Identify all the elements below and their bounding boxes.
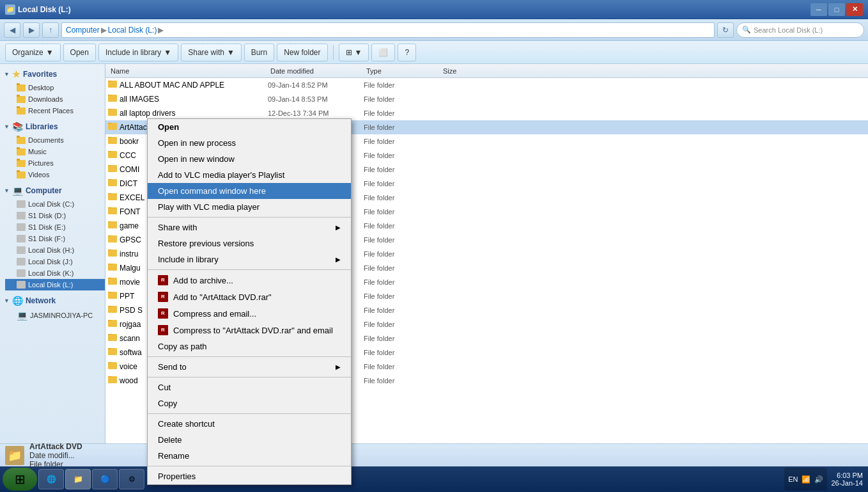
main-layout: ▼ ★ Favorites Desktop Downloads Recent P… <box>0 64 868 469</box>
sidebar-item-documents[interactable]: Documents <box>5 134 105 146</box>
col-size-header[interactable]: Size <box>440 67 492 75</box>
path-computer[interactable]: Computer <box>66 26 100 35</box>
computer-header[interactable]: ▼ 💻 Computer <box>0 183 105 198</box>
path-disk[interactable]: Local Disk (L:) <box>108 26 157 35</box>
file-type-cell: File folder <box>364 264 440 272</box>
ctx-compress-email[interactable]: R Compress and email... <box>148 305 351 322</box>
add-artattack-rar-icon: R <box>158 292 168 302</box>
ctx-cut[interactable]: Cut <box>148 379 351 395</box>
ctx-open-new-process[interactable]: Open in new process <box>148 135 351 151</box>
up-button[interactable]: ↑ <box>42 22 59 38</box>
network-header[interactable]: ▼ 🌐 Network <box>0 293 105 308</box>
burn-button[interactable]: Burn <box>244 44 274 61</box>
folder-row-icon <box>108 95 117 104</box>
sidebar-item-desktop[interactable]: Desktop <box>5 82 105 93</box>
sidebar-item-s1-disk-e[interactable]: S1 Disk (E:) <box>5 221 105 233</box>
app4-taskbar-icon: ⚙ <box>128 475 136 484</box>
col-name-header[interactable]: Name <box>108 67 268 75</box>
network-label: Network <box>26 296 56 305</box>
clock[interactable]: 6:03 PM 26-Jan-14 <box>828 472 865 487</box>
refresh-button[interactable]: ↻ <box>717 22 734 38</box>
ctx-share-with[interactable]: Share with ▶ <box>148 219 351 235</box>
open-button[interactable]: Open <box>63 44 96 61</box>
file-type-cell: File folder <box>364 292 440 300</box>
close-button[interactable]: ✕ <box>846 3 863 16</box>
favorites-header[interactable]: ▼ ★ Favorites <box>0 67 105 82</box>
drive-l-icon <box>17 281 26 289</box>
sidebar-videos-label: Videos <box>28 171 49 179</box>
ctx-add-to-artattack[interactable]: R Add to "ArtAttack DVD.rar" <box>148 289 351 305</box>
taskbar-explorer-item[interactable]: 📁 <box>65 469 91 489</box>
sidebar-item-local-disk-c[interactable]: Local Disk (C:) <box>5 198 105 210</box>
ctx-include-lib[interactable]: Include in library ▶ <box>148 251 351 267</box>
ctx-open-new-window[interactable]: Open in new window <box>148 151 351 167</box>
file-name-cell: ALL ABOUT MAC AND APPLE <box>108 81 268 90</box>
ctx-compress-artattack-email[interactable]: R Compress to "ArtAttack DVD.rar" and em… <box>148 322 351 338</box>
ctx-share-with-arrow: ▶ <box>336 224 341 231</box>
search-box[interactable]: 🔍 Search Local Disk (L:) <box>736 22 864 38</box>
sidebar-item-local-disk-k[interactable]: Local Disk (K:) <box>5 267 105 279</box>
ctx-send-to[interactable]: Send to ▶ <box>148 359 351 375</box>
folder-row-icon <box>108 278 117 287</box>
new-folder-button[interactable]: New folder <box>277 44 327 61</box>
share-with-button[interactable]: Share with ▼ <box>181 44 242 61</box>
ctx-restore-prev[interactable]: Restore previous versions <box>148 235 351 251</box>
sidebar-item-recent-places[interactable]: Recent Places <box>5 105 105 116</box>
views-button[interactable]: ⊞ ▼ <box>339 44 369 61</box>
sidebar-item-local-disk-l[interactable]: Local Disk (L:) <box>5 279 105 290</box>
address-path[interactable]: Computer ▶ Local Disk (L:) ▶ <box>61 22 715 38</box>
help-button[interactable]: ? <box>398 44 416 61</box>
ctx-open-cmd[interactable]: Open command window here <box>148 183 351 199</box>
ctx-create-shortcut[interactable]: Create shortcut <box>148 416 351 432</box>
col-type-header[interactable]: Type <box>364 67 440 75</box>
include-library-button[interactable]: Include in library ▼ <box>98 44 178 61</box>
minimize-button[interactable]: ─ <box>810 3 827 16</box>
share-with-arrow-icon: ▼ <box>227 48 235 57</box>
taskbar-app4-item[interactable]: ⚙ <box>119 469 144 489</box>
taskbar-chrome-item[interactable]: 🔵 <box>92 469 118 489</box>
sidebar-item-local-disk-j[interactable]: Local Disk (J:) <box>5 256 105 267</box>
ctx-play-vlc[interactable]: Play with VLC media player <box>148 199 351 215</box>
ctx-send-to-arrow: ▶ <box>336 363 341 370</box>
compress-artattack-rar-icon: R <box>158 325 168 335</box>
sidebar-item-downloads[interactable]: Downloads <box>5 93 105 105</box>
sidebar-item-videos[interactable]: Videos <box>5 169 105 180</box>
ctx-rename[interactable]: Rename <box>148 448 351 464</box>
preview-pane-button[interactable]: ⬜ <box>371 44 395 61</box>
libraries-label: Libraries <box>26 122 58 131</box>
ctx-add-archive[interactable]: R Add to archive... <box>148 272 351 289</box>
context-menu: Open Open in new process Open in new win… <box>147 118 352 485</box>
ctx-properties[interactable]: Properties <box>148 468 351 484</box>
start-button[interactable]: ⊞ <box>3 468 37 491</box>
sidebar-item-s1-disk-d[interactable]: S1 Disk (D:) <box>5 210 105 221</box>
ctx-add-vlc[interactable]: Add to VLC media player's Playlist <box>148 167 351 183</box>
sidebar-local-disk-k-label: Local Disk (K:) <box>28 269 74 277</box>
file-name-cell: all IMAGES <box>108 95 268 104</box>
table-row[interactable]: ALL ABOUT MAC AND APPLE09-Jan-14 8:52 PM… <box>105 78 868 92</box>
sidebar-local-disk-l-label: Local Disk (L:) <box>28 281 73 289</box>
sidebar-local-disk-c-label: Local Disk (C:) <box>28 200 74 208</box>
organize-button[interactable]: Organize ▼ <box>5 44 61 61</box>
sidebar-item-pictures[interactable]: Pictures <box>5 157 105 169</box>
taskbar-ie-icon[interactable]: 🌐 <box>38 469 64 489</box>
ctx-copy[interactable]: Copy <box>148 395 351 411</box>
sidebar-item-s1-disk-f[interactable]: S1 Disk (F:) <box>5 233 105 244</box>
sidebar-item-local-disk-h[interactable]: Local Disk (H:) <box>5 244 105 256</box>
views-arrow-icon: ▼ <box>355 48 362 57</box>
ctx-delete[interactable]: Delete <box>148 432 351 448</box>
ctx-open[interactable]: Open <box>148 119 351 135</box>
folder-row-icon <box>108 137 117 146</box>
forward-button[interactable]: ▶ <box>23 22 40 38</box>
libraries-icon: 📚 <box>12 122 23 132</box>
organize-arrow-icon: ▼ <box>46 48 54 57</box>
libraries-header[interactable]: ▼ 📚 Libraries <box>0 119 105 134</box>
sidebar-item-music[interactable]: Music <box>5 146 105 157</box>
ctx-copy-path[interactable]: Copy as path <box>148 338 351 354</box>
sidebar-item-jasminrojiya-pc[interactable]: 💻 JASMINROJIYA-PC <box>5 308 105 322</box>
drive-k-icon <box>17 269 26 277</box>
back-button[interactable]: ◀ <box>4 22 20 38</box>
col-date-header[interactable]: Date modified <box>268 67 364 75</box>
table-row[interactable]: all IMAGES09-Jan-14 8:53 PMFile folder <box>105 92 868 106</box>
share-with-label: Share with <box>188 48 224 57</box>
maximize-button[interactable]: □ <box>828 3 845 16</box>
